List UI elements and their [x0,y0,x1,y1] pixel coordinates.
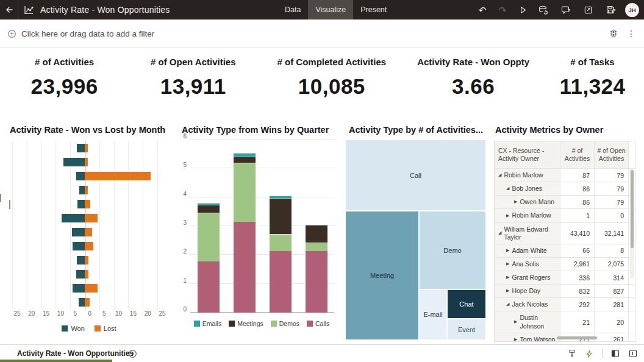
open-activities-cell[interactable]: 261 [595,333,629,342]
demos-segment[interactable] [198,213,220,261]
toggle-left-panel-button[interactable] [610,349,620,358]
table-row[interactable]: ▶Adam White668 [495,244,635,258]
owner-cell[interactable]: ▶Grant Rogers [495,271,560,284]
lost-bar[interactable] [85,172,151,180]
expand-icon[interactable]: ▶ [514,337,517,342]
save-button[interactable]: ▾ [600,2,621,18]
owner-cell[interactable]: ▶Hope Day [495,285,560,297]
treemap-tile-e-mail[interactable]: E-mail [419,289,447,340]
open-activities-cell[interactable]: 20 [595,311,629,332]
won-bar[interactable] [76,172,85,180]
treemap-tile-call[interactable]: Call [345,140,486,211]
legend-item[interactable]: Won [62,325,84,332]
legend-item[interactable]: Emails [194,320,222,327]
kpi-activities[interactable]: # of Activities 23,996 [0,54,129,116]
comments-button[interactable]: ▾ [555,2,576,18]
open-activities-cell[interactable]: 8 [595,244,629,257]
demos-segment[interactable] [306,243,327,251]
activities-cell[interactable]: 1 [560,209,595,222]
won-bar[interactable] [79,298,85,307]
expand-icon[interactable]: ▶ [514,199,517,205]
style-brush-button[interactable] [567,349,577,358]
open-activities-cell[interactable]: 79 [595,182,629,195]
canvas-menu-button[interactable]: ⋮ [627,29,635,38]
activities-cell[interactable]: 292 [560,298,595,311]
legend-item[interactable]: Calls [307,320,329,327]
table-row[interactable]: ▶Ana Solis2,9612,075 [495,258,635,271]
table-row[interactable]: ▶Hope Day832827 [495,285,635,298]
emails-segment[interactable] [234,153,256,157]
canvas-tab-active[interactable]: Activity Rate - Won Opportunities [0,345,112,362]
won-bar[interactable] [77,200,85,208]
table-row[interactable]: ◢Robin Marlow8779 [495,169,635,182]
lost-bar[interactable] [85,298,90,307]
column-header[interactable]: # of Open Activities [595,141,629,168]
activities-cell[interactable]: 66 [560,244,595,257]
activities-cell[interactable]: 336 [560,271,595,284]
lost-bar[interactable] [85,158,88,166]
column-header[interactable]: # of Activities [560,141,595,168]
legend-item[interactable]: Demos [271,320,299,327]
collapse-icon[interactable]: ◢ [498,230,501,236]
table-row[interactable]: ◢William Edward Taylor43,41032,141 [495,223,635,244]
tab-data[interactable]: Data [277,0,308,20]
activities-cell[interactable]: 43,410 [560,223,595,244]
open-activities-cell[interactable]: 827 [595,285,629,297]
open-activities-cell[interactable]: 79 [595,196,629,208]
owner-cell[interactable]: ◢Jack Nicolas [495,298,560,311]
table-row[interactable]: ▶Dustin Johnson2120 [495,311,635,333]
lost-bar[interactable] [85,144,88,152]
kpi-tasks[interactable]: # of Tasks 11,324 [541,54,644,116]
lost-bar[interactable] [85,284,98,293]
open-activities-cell[interactable]: 2,075 [595,258,629,271]
activities-cell[interactable]: 86 [560,182,595,195]
won-bar[interactable] [73,242,85,250]
legend-item[interactable]: Lost [95,325,116,332]
open-in-window-button[interactable] [580,2,596,18]
calls-segment[interactable] [198,261,220,313]
calls-segment[interactable] [270,251,292,313]
table-row[interactable]: ◢Jack Nicolas292281 [495,298,635,311]
lost-bar[interactable] [85,256,88,264]
table-vertical-scrollbar[interactable] [630,169,634,279]
table-row[interactable]: ◢Bob Jones8679 [495,182,635,196]
legend-item[interactable]: Meetings [229,320,263,327]
won-bar[interactable] [77,144,85,152]
preview-button[interactable] [515,2,531,18]
won-bar[interactable] [79,186,85,194]
calls-segment[interactable] [306,251,327,313]
open-activities-cell[interactable]: 314 [595,271,629,284]
expand-icon[interactable]: ▶ [506,261,509,267]
meetings-segment[interactable] [234,157,256,162]
collapse-icon[interactable]: ◢ [498,172,501,178]
open-activities-cell[interactable]: 79 [595,169,629,182]
owner-cell[interactable]: ▶Robin Marlow [495,209,560,222]
treemap-tile-meeting[interactable]: Meeting [345,211,419,340]
activities-cell[interactable]: 87 [560,169,595,182]
activities-cell[interactable]: 832 [560,285,595,297]
refresh-data-button[interactable] [535,2,551,18]
treemap-tile-chat[interactable]: Chat [447,289,486,319]
owner-cell[interactable]: ◢William Edward Taylor [495,223,560,244]
table-row[interactable]: ▶Grant Rogers336314 [495,271,635,285]
demos-segment[interactable] [270,234,292,251]
meetings-segment[interactable] [306,225,327,243]
emails-segment[interactable] [270,196,292,198]
open-activities-cell[interactable]: 281 [595,298,629,311]
open-activities-cell[interactable]: 0 [595,209,629,222]
back-button[interactable] [0,0,18,20]
demos-segment[interactable] [234,163,256,222]
expand-icon[interactable]: ▶ [506,213,509,219]
activities-cell[interactable]: 21 [560,311,595,332]
table-horizontal-scrollbar[interactable] [557,336,597,339]
won-bar[interactable] [76,270,85,279]
open-activities-cell[interactable]: 32,141 [595,223,629,244]
expand-icon[interactable]: ▶ [506,248,509,254]
expand-icon[interactable]: ▶ [506,288,509,294]
kpi-open-activities[interactable]: # of Open Activities 13,911 [129,54,257,116]
owner-cell[interactable]: ▶Tom Watson [495,333,560,342]
calls-segment[interactable] [234,222,256,313]
lost-bar[interactable] [85,270,88,279]
undo-button[interactable]: ↶ [474,2,490,18]
meetings-segment[interactable] [270,198,292,234]
